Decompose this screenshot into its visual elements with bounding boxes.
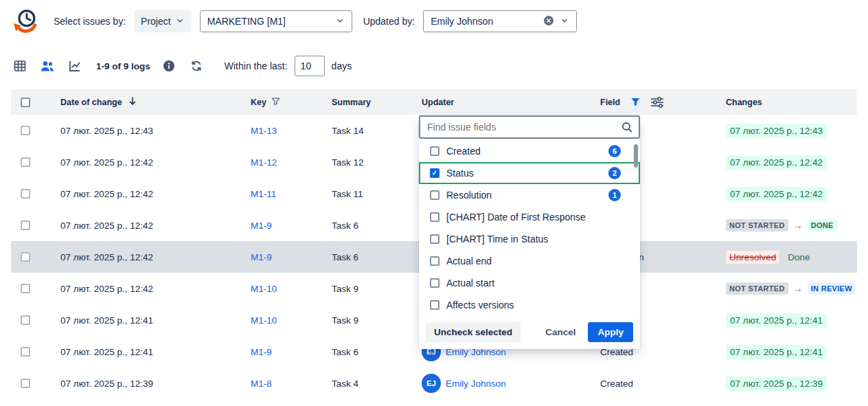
select-all-checkbox[interactable]: [21, 98, 30, 107]
field-filter-option[interactable]: Created6: [419, 140, 640, 162]
issue-key-link[interactable]: M1-8: [251, 379, 272, 389]
topbar: Select issues by: Project MARKETING [M1]…: [0, 0, 868, 43]
issue-key-link[interactable]: M1-10: [251, 284, 277, 294]
date-of-change: 07 лют. 2025 р., 12:42: [60, 284, 153, 294]
days-input[interactable]: [295, 56, 325, 76]
field-filter-option[interactable]: Resolution1: [419, 184, 640, 206]
issue-summary: Task 11: [332, 189, 363, 199]
chevron-down-icon: [175, 16, 185, 27]
sort-desc-icon[interactable]: [127, 95, 138, 109]
arrow-right-icon: →: [793, 220, 803, 231]
issue-history-page: Select issues by: Project MARKETING [M1]…: [0, 0, 868, 406]
option-label: Actual start: [446, 278, 494, 289]
table-view-icon[interactable]: [11, 57, 29, 75]
refresh-icon[interactable]: [187, 57, 205, 75]
option-checkbox[interactable]: [430, 278, 439, 288]
apply-button[interactable]: Apply: [588, 322, 633, 342]
change-value: 07 лют. 2025 р., 12:42: [726, 187, 827, 201]
issue-key-link[interactable]: M1-10: [251, 315, 277, 326]
row-checkbox[interactable]: [21, 315, 30, 325]
date-of-change: 07 лют. 2025 р., 12:42: [60, 221, 153, 231]
issue-key-link[interactable]: M1-9: [251, 347, 272, 357]
updater-select[interactable]: Emily Johnson: [423, 10, 577, 32]
option-label: Actual end: [446, 256, 492, 267]
row-checkbox[interactable]: [21, 379, 30, 388]
change-value: 07 лют. 2025 р., 12:43: [726, 124, 827, 138]
issue-summary: Task 12: [332, 157, 364, 168]
date-of-change: 07 лют. 2025 р., 12:42: [60, 189, 153, 199]
project-select[interactable]: MARKETING [M1]: [200, 10, 352, 32]
chart-view-icon[interactable]: [66, 57, 84, 75]
new-value: Done: [788, 252, 810, 262]
updater-select-value: Emily Johnson: [431, 16, 538, 27]
updater-link[interactable]: Emily Johnson: [446, 379, 506, 389]
header-key: Key: [240, 97, 321, 108]
count-badge: 1: [608, 189, 621, 201]
field-name: Created: [600, 379, 633, 389]
row-checkbox[interactable]: [21, 189, 30, 199]
row-checkbox[interactable]: [21, 252, 30, 262]
issue-key-link[interactable]: M1-9: [251, 221, 272, 231]
option-checkbox[interactable]: [430, 190, 439, 200]
issue-key-link[interactable]: M1-11: [251, 189, 276, 199]
uncheck-selected-button[interactable]: Uncheck selected: [426, 322, 521, 342]
issue-summary: Task 4: [332, 379, 358, 389]
field-filter-option[interactable]: [CHART] Date of First Response: [419, 206, 640, 228]
row-checkbox[interactable]: [21, 157, 30, 167]
row-checkbox[interactable]: [21, 347, 30, 357]
info-icon[interactable]: [160, 57, 178, 75]
issue-summary: Task 6: [332, 347, 358, 357]
count-badge: 6: [608, 145, 621, 157]
field-filter-option[interactable]: Status2: [419, 162, 640, 184]
updated-by-label: Updated by:: [363, 16, 415, 27]
issue-key-link[interactable]: M1-9: [251, 252, 272, 262]
project-select-value: MARKETING [M1]: [207, 16, 330, 27]
chevron-down-icon: [560, 16, 569, 27]
column-settings-icon[interactable]: [650, 96, 664, 109]
select-issues-label: Select issues by:: [54, 16, 126, 27]
issue-summary: Task 6: [332, 252, 358, 262]
option-checkbox[interactable]: [430, 234, 439, 244]
key-filter-icon[interactable]: [271, 97, 280, 108]
row-checkbox[interactable]: [21, 284, 30, 293]
header-changes: Changes: [715, 98, 857, 107]
issue-summary: Task 9: [332, 284, 358, 294]
issues-by-select[interactable]: Project: [134, 10, 192, 32]
header-date: Date of change: [49, 95, 240, 109]
date-of-change: 07 лют. 2025 р., 12:42: [60, 157, 153, 168]
search-icon: [621, 121, 633, 135]
issue-key-link[interactable]: M1-12: [251, 157, 277, 168]
field-filter-option[interactable]: Affects versions: [419, 294, 640, 316]
field-search-input[interactable]: [419, 115, 640, 139]
header-summary-label: Summary: [332, 98, 371, 107]
logs-count: 1-9 of 9 logs: [96, 61, 150, 71]
date-of-change: 07 лют. 2025 р., 12:43: [60, 126, 153, 136]
row-checkbox[interactable]: [21, 221, 30, 230]
row-checkbox[interactable]: [21, 126, 30, 135]
field-filter-option[interactable]: [CHART] Time in Status: [419, 228, 640, 250]
scrollbar-thumb[interactable]: [634, 144, 638, 168]
cancel-button[interactable]: Cancel: [538, 322, 582, 342]
clear-icon[interactable]: [543, 15, 554, 28]
status-to-lozenge: DONE: [808, 219, 837, 232]
field-filter-icon[interactable]: [627, 95, 643, 110]
option-checkbox[interactable]: [430, 212, 439, 222]
people-view-icon[interactable]: [38, 57, 56, 75]
header-date-label[interactable]: Date of change: [60, 98, 122, 107]
header-key-label[interactable]: Key: [251, 98, 266, 107]
field-search: [419, 115, 640, 139]
issue-summary: Task 9: [332, 315, 358, 326]
days-suffix-label: days: [332, 60, 352, 71]
option-checkbox[interactable]: [430, 168, 439, 178]
field-filter-option[interactable]: Actual start: [419, 272, 640, 294]
view-toolbar: 1-9 of 9 logs Within the last: days: [0, 54, 868, 78]
arrow-right-icon: →: [793, 283, 803, 294]
option-checkbox[interactable]: [430, 256, 439, 266]
option-checkbox[interactable]: [430, 300, 439, 310]
table-row[interactable]: 07 лют. 2025 р., 12:39M1-8Task 4EJEmily …: [11, 368, 857, 399]
option-checkbox[interactable]: [430, 146, 439, 156]
option-label: [CHART] Time in Status: [446, 234, 548, 245]
date-of-change: 07 лют. 2025 р., 12:41: [60, 315, 153, 326]
issue-key-link[interactable]: M1-13: [251, 126, 277, 136]
field-filter-option[interactable]: Actual end: [419, 250, 640, 272]
